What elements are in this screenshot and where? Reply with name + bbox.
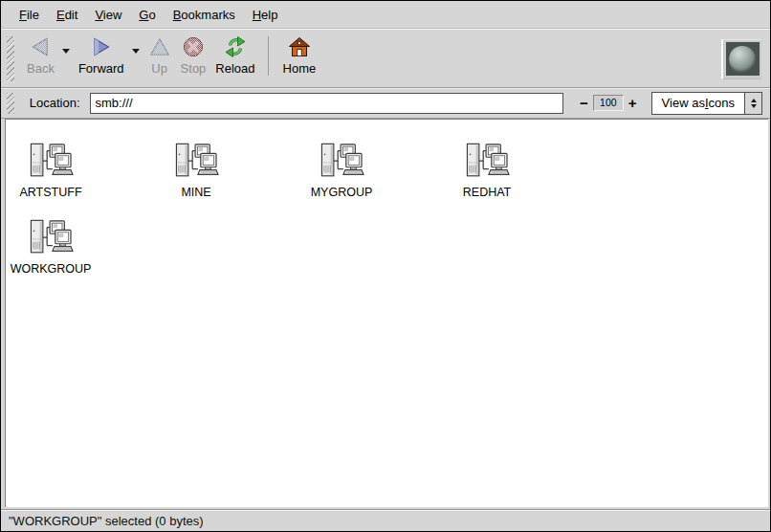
up-arrow-icon xyxy=(148,35,171,58)
status-bar: "WORKGROUP" selected (0 bytes) xyxy=(1,509,770,531)
back-arrow-icon xyxy=(29,35,52,58)
forward-arrow-icon xyxy=(90,35,113,58)
menu-go[interactable]: Go xyxy=(130,4,164,26)
network-share-label: WORKGROUP xyxy=(11,262,92,276)
chevron-down-icon xyxy=(132,49,140,54)
zoom-level-indicator: 100 xyxy=(593,95,624,111)
forward-button[interactable]: Forward xyxy=(74,31,129,87)
forward-history-dropdown[interactable] xyxy=(129,49,143,87)
status-text: "WORKGROUP" selected (0 bytes) xyxy=(9,514,204,528)
network-share-label: MYGROUP xyxy=(311,186,373,199)
location-input[interactable] xyxy=(90,93,564,114)
icon-view[interactable]: ARTSTUFF MINE xyxy=(5,119,768,507)
view-mode-label: View as Icons xyxy=(652,93,744,114)
menu-bookmarks[interactable]: Bookmarks xyxy=(165,4,244,26)
up-button[interactable]: Up xyxy=(143,31,176,87)
back-button-label: Back xyxy=(27,62,55,75)
menu-view[interactable]: View xyxy=(86,4,130,26)
location-bar-grip-handle[interactable] xyxy=(7,93,14,114)
stop-button[interactable]: Stop xyxy=(176,31,211,87)
menu-file[interactable]: File xyxy=(11,4,48,26)
globe-sphere-icon xyxy=(729,46,756,73)
network-workgroup-icon xyxy=(27,217,75,259)
stop-icon xyxy=(182,35,205,58)
throbber-frame xyxy=(726,42,760,76)
icon-grid: ARTSTUFF MINE xyxy=(5,120,590,294)
reload-button-label: Reload xyxy=(215,62,254,75)
network-share-item[interactable]: ARTSTUFF xyxy=(5,141,123,217)
view-mode-dropdown-button[interactable] xyxy=(744,93,761,114)
forward-button-label: Forward xyxy=(78,62,124,75)
menu-edit[interactable]: Edit xyxy=(48,4,86,26)
menu-bar: File Edit View Go Bookmarks Help xyxy=(1,1,770,29)
network-workgroup-icon xyxy=(463,141,511,183)
back-button[interactable]: Back xyxy=(22,31,59,87)
network-workgroup-icon xyxy=(318,141,365,183)
network-workgroup-icon xyxy=(27,141,75,183)
network-share-item[interactable]: MYGROUP xyxy=(269,141,414,217)
chevron-down-icon xyxy=(62,49,70,54)
location-bar: Location: − 100 + View as Icons xyxy=(1,88,770,119)
file-manager-window: File Edit View Go Bookmarks Help Back Fo… xyxy=(0,0,771,532)
view-mode-select[interactable]: View as Icons xyxy=(651,92,762,115)
throbber xyxy=(721,39,761,79)
back-history-dropdown[interactable] xyxy=(59,49,74,87)
network-share-label: REDHAT xyxy=(463,186,511,199)
stop-button-label: Stop xyxy=(181,62,207,75)
menu-help[interactable]: Help xyxy=(244,4,287,26)
toolbar-grip-handle[interactable] xyxy=(7,36,14,81)
reload-icon xyxy=(224,35,247,58)
network-workgroup-icon xyxy=(172,141,220,183)
zoom-out-button[interactable]: − xyxy=(575,96,593,111)
network-share-item[interactable]: REDHAT xyxy=(414,141,560,217)
zoom-in-button[interactable]: + xyxy=(624,96,642,111)
home-button[interactable]: Home xyxy=(278,31,321,87)
home-icon xyxy=(288,35,311,58)
zoom-controls: − 100 + xyxy=(575,95,642,111)
chevron-up-icon xyxy=(751,99,757,102)
home-button-label: Home xyxy=(283,62,317,75)
network-share-item[interactable]: MINE xyxy=(123,141,269,217)
toolbar: Back Forward Up Stop xyxy=(1,29,770,88)
location-label: Location: xyxy=(30,96,80,110)
reload-button[interactable]: Reload xyxy=(210,31,259,87)
chevron-down-icon xyxy=(751,104,757,108)
network-share-label: ARTSTUFF xyxy=(19,186,81,199)
network-share-label: MINE xyxy=(181,186,210,199)
up-button-label: Up xyxy=(151,62,167,75)
toolbar-separator xyxy=(268,36,269,76)
toolbar-spacer xyxy=(320,31,721,87)
network-share-item[interactable]: WORKGROUP xyxy=(5,217,123,294)
